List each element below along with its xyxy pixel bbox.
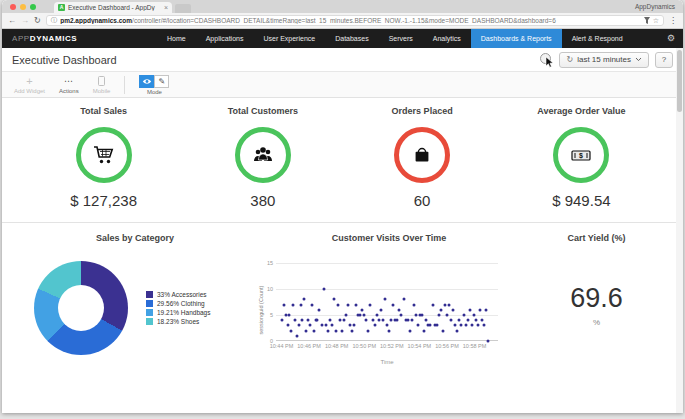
scatter-point xyxy=(294,319,297,322)
legend-swatch xyxy=(146,291,153,298)
legend-item: 18.23% Shoes xyxy=(146,318,211,325)
nav-item-alert-respond[interactable]: Alert & Respond xyxy=(562,29,633,48)
phone-icon xyxy=(98,76,105,87)
close-tab-icon[interactable]: × xyxy=(164,4,168,11)
x-tick-label: 10:58 PM xyxy=(463,343,487,349)
gear-icon[interactable]: ⚙ xyxy=(667,29,683,48)
kpi-total-sales: Total Sales $ 127,238 xyxy=(24,106,183,209)
appdynamics-navbar: APPDYNAMICS Home Applications User Exper… xyxy=(2,29,683,48)
zoom-window-button[interactable] xyxy=(30,4,36,10)
scatter-point xyxy=(429,324,432,327)
scatter-point xyxy=(456,329,459,332)
charts-row: Sales by Category 33% Accessories29.56% … xyxy=(2,223,683,377)
close-window-button[interactable] xyxy=(10,4,16,10)
scatter-point xyxy=(417,324,420,327)
plot-area: 05101510:44 PM10:46 PM10:48 PM10:50 PM10… xyxy=(276,263,498,341)
nav-item-home[interactable]: Home xyxy=(157,29,196,48)
browser-tab-strip: A Executive Dashboard - AppDy × AppDynam… xyxy=(2,0,683,13)
scatter-point xyxy=(307,319,310,322)
scatter-point xyxy=(290,329,293,332)
scatter-point xyxy=(309,324,312,327)
help-button[interactable]: ? xyxy=(655,52,673,68)
scatter-point xyxy=(392,303,395,306)
scatter-point xyxy=(288,314,291,317)
scatter-point xyxy=(412,303,415,306)
nav-item-applications[interactable]: Applications xyxy=(196,29,254,48)
back-icon[interactable]: ← xyxy=(8,17,16,25)
scatter-point xyxy=(375,314,378,317)
browser-profile-name[interactable]: AppDynamics xyxy=(635,3,675,10)
mouse-cursor xyxy=(545,57,554,68)
scatter-point xyxy=(350,329,353,332)
scatter-point xyxy=(406,319,409,322)
gridline xyxy=(276,289,498,290)
forward-icon[interactable]: → xyxy=(21,17,29,25)
scatter-point xyxy=(332,298,335,301)
gridline xyxy=(276,263,498,264)
x-tick-label: 10:44 PM xyxy=(270,343,294,349)
pencil-icon: ✎ xyxy=(159,77,166,86)
page-action-icon[interactable] xyxy=(644,17,650,24)
nav-item-databases[interactable]: Databases xyxy=(325,29,378,48)
nav-item-user-experience[interactable]: User Experience xyxy=(253,29,325,48)
time-range-button[interactable]: ↻ last 15 minutes xyxy=(559,52,649,68)
y-tick-label: 5 xyxy=(270,312,273,318)
scatter-point xyxy=(330,324,333,327)
kpi-ring xyxy=(235,127,291,183)
page-info-icon[interactable]: ⓘ xyxy=(51,16,58,25)
new-tab-button[interactable] xyxy=(175,4,191,13)
appdynamics-logo[interactable]: APPDYNAMICS xyxy=(2,29,117,48)
dollar-bill-icon: $ xyxy=(568,142,594,168)
scatter-point xyxy=(396,319,399,322)
scatter-point xyxy=(361,308,364,311)
scatter-point xyxy=(328,319,331,322)
time-range-label: last 15 minutes xyxy=(577,55,631,64)
kpi-row: Total Sales $ 127,238 Total Customers xyxy=(2,98,683,209)
scatter-point xyxy=(348,324,351,327)
actions-button[interactable]: ⋯ Actions xyxy=(59,76,79,94)
minimize-window-button[interactable] xyxy=(20,4,26,10)
view-mode-button[interactable] xyxy=(139,75,154,88)
scatter-point xyxy=(303,298,306,301)
url-text: pm2.appdynamics.com/controller/#/locatio… xyxy=(60,17,641,24)
toolbar-divider xyxy=(124,76,125,94)
scatter-point xyxy=(443,303,446,306)
window-controls[interactable] xyxy=(10,4,36,10)
scrollbar-thumb[interactable] xyxy=(677,50,682,112)
scatter-point xyxy=(363,314,366,317)
browser-tab[interactable]: A Executive Dashboard - AppDy × xyxy=(54,2,172,13)
reload-icon[interactable]: ↻ xyxy=(34,17,41,25)
scatter-point xyxy=(367,329,370,332)
add-widget-button[interactable]: + Add Widget xyxy=(14,76,45,94)
appdynamics-favicon: A xyxy=(58,4,65,11)
mobile-button[interactable]: Mobile xyxy=(93,76,111,94)
nav-item-dashboards-reports[interactable]: Dashboards & Reports xyxy=(471,29,562,48)
refresh-icon[interactable] xyxy=(540,53,553,66)
donut-chart xyxy=(34,261,128,355)
scatter-point xyxy=(390,319,393,322)
url-path: /controller/#/location=CDASHBOARD_DETAIL… xyxy=(132,17,556,24)
scatter-point xyxy=(292,303,295,306)
scatter-point xyxy=(400,314,403,317)
scatter-point xyxy=(312,329,315,332)
legend-label: 33% Accessories xyxy=(157,291,207,298)
scatter-chart: sessionguid (Count) 05101510:44 PM10:46 … xyxy=(254,259,524,377)
customer-visits-widget: Customer Visits Over Time sessionguid (C… xyxy=(254,233,524,377)
edit-mode-button[interactable]: ✎ xyxy=(154,75,169,88)
x-tick-label: 10:48 PM xyxy=(325,343,349,349)
nav-item-analytics[interactable]: Analytics xyxy=(423,29,471,48)
scatter-point xyxy=(439,308,442,311)
scatter-point xyxy=(316,319,319,322)
address-bar[interactable]: ⓘ pm2.appdynamics.com/controller/#/locat… xyxy=(46,15,664,26)
browser-menu-icon[interactable]: ⋮ xyxy=(669,16,677,25)
legend-swatch xyxy=(146,300,153,307)
legend-label: 18.23% Shoes xyxy=(157,318,199,325)
legend-label: 19.21% Handbags xyxy=(157,309,211,316)
scatter-point xyxy=(299,303,302,306)
scatter-point xyxy=(448,303,451,306)
nav-item-servers[interactable]: Servers xyxy=(379,29,423,48)
kpi-orders-placed: Orders Placed 60 xyxy=(343,106,502,209)
page-scrollbar[interactable] xyxy=(676,48,683,413)
scatter-point xyxy=(297,324,300,327)
bookmark-star-icon[interactable]: ☆ xyxy=(653,17,659,25)
